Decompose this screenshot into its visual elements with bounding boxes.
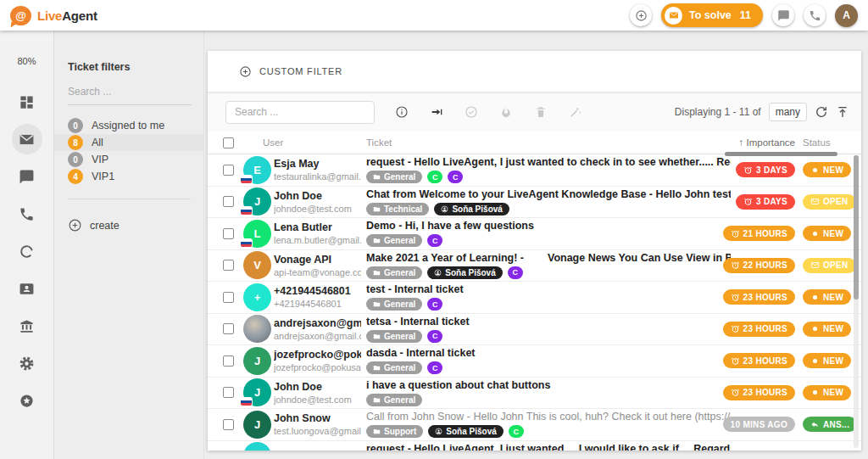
sidebar-item-star[interactable] <box>12 382 42 419</box>
scrollbar-thumb[interactable] <box>854 155 859 299</box>
agent-tag[interactable]: Soňa Pišová <box>427 266 502 279</box>
resolve-forward-icon[interactable] <box>430 105 443 119</box>
info-icon[interactable] <box>395 105 409 119</box>
department-tag[interactable]: General <box>366 171 422 183</box>
department-tag[interactable]: General <box>366 330 422 343</box>
department-tag[interactable]: General <box>366 298 422 311</box>
sidebar-item-contacts[interactable] <box>12 270 42 307</box>
code-chip[interactable]: C <box>448 171 463 183</box>
row-checkbox[interactable] <box>223 165 234 176</box>
liveagent-logo[interactable]: @ LiveAgent <box>10 6 97 25</box>
tickets-search-input[interactable] <box>225 101 375 124</box>
sidebar-item-ring[interactable] <box>12 232 42 270</box>
tickets-panel: CUSTOM FILTER Displaying 1 - <box>208 51 861 451</box>
table-row[interactable]: andrejsaxon@gmail.c... andrejsaxon@gmail… <box>208 314 861 346</box>
code-chip[interactable]: C <box>508 266 523 279</box>
table-row[interactable]: J John Doe johndoe@test.com i have a que… <box>208 378 861 410</box>
table-row[interactable]: J John Snow test.luongova@gmail.... Call… <box>208 409 861 441</box>
refresh-icon[interactable] <box>815 105 828 119</box>
table-row[interactable]: V Vonage API api-team@vonage.com Make 20… <box>208 250 861 283</box>
column-header-status[interactable]: Status <box>803 137 849 148</box>
sidebar-item-calls[interactable] <box>12 195 42 232</box>
code-chip[interactable]: C <box>427 330 442 343</box>
column-header-user[interactable]: User <box>263 137 366 148</box>
to-solve-button[interactable]: To solve 11 <box>661 3 763 27</box>
importance-badge: 21 HOURS <box>723 226 795 241</box>
sidebar-item-chats[interactable] <box>12 158 42 195</box>
row-checkbox[interactable] <box>223 292 234 303</box>
calls-button[interactable] <box>804 4 826 26</box>
ticket-subject[interactable]: Call from John Snow - Hello John This is… <box>366 411 731 423</box>
ticket-subject[interactable]: dasda - Internal ticket <box>366 347 731 359</box>
ticket-subject[interactable]: request - Hello LiveAgent, I just wanted… <box>366 443 731 451</box>
code-chip[interactable]: C <box>427 298 442 311</box>
tickets-toolbar: Displaying 1 - 11 of many <box>208 92 861 132</box>
row-checkbox[interactable] <box>223 196 234 207</box>
agent-tag[interactable]: Soňa Pišová <box>428 425 503 438</box>
ticket-subject[interactable]: test - Internal ticket <box>366 283 731 295</box>
code-chip[interactable]: C <box>509 425 524 438</box>
department-tag[interactable]: General <box>366 394 422 406</box>
sort-asc-icon: ↑ <box>739 137 744 148</box>
row-checkbox[interactable] <box>223 323 234 334</box>
ticket-subject[interactable]: i have a question about chat buttons <box>366 379 731 391</box>
filter-item[interactable]: 0VIP <box>54 151 204 168</box>
filter-item[interactable]: 4VIP1 <box>54 168 204 185</box>
code-chip[interactable]: C <box>427 171 442 183</box>
sidebar-item-company[interactable] <box>12 307 42 344</box>
importance-badge: 23 HOURS <box>723 353 795 368</box>
ticket-subject[interactable]: Make 2021 a Year of Learning! -Vonage Ne… <box>366 252 731 264</box>
table-row[interactable]: L Lena Butler lena.m.butler@gmail.... De… <box>208 218 861 250</box>
contact-avatar: E <box>243 442 271 451</box>
row-checkbox[interactable] <box>223 260 234 271</box>
department-tag[interactable]: Support <box>366 425 423 438</box>
table-row[interactable]: J jozefprocko@pokusa.... jozefprocko@pok… <box>208 345 861 378</box>
flame-icon[interactable] <box>499 105 513 119</box>
ticket-subject[interactable]: tetsa - Internal ticket <box>366 316 731 327</box>
row-checkbox[interactable] <box>223 228 234 239</box>
collapse-top-icon[interactable] <box>836 105 849 119</box>
add-button[interactable] <box>630 4 652 26</box>
row-checkbox[interactable] <box>223 419 234 430</box>
new-dot-icon <box>810 165 820 175</box>
filter-item[interactable]: 0Assigned to me <box>54 117 204 134</box>
check-circle-icon[interactable] <box>465 105 478 119</box>
filters-search-input[interactable] <box>68 81 192 105</box>
custom-filter-button[interactable]: CUSTOM FILTER <box>208 51 861 92</box>
trash-icon[interactable] <box>534 105 548 119</box>
code-chip[interactable]: C <box>427 234 442 247</box>
filter-item[interactable]: 8All <box>54 134 204 151</box>
table-row[interactable]: + +421944546801 +421944546801 test - Int… <box>208 282 861 314</box>
user-name: Vonage API <box>274 254 361 266</box>
code-chip[interactable]: C <box>427 361 442 374</box>
column-header-importance[interactable]: ↑ Importance <box>710 137 795 148</box>
department-tag[interactable]: Technical <box>366 203 429 216</box>
alarm-clock-icon <box>731 293 740 302</box>
department-tag[interactable]: General <box>366 266 422 279</box>
select-all-checkbox[interactable] <box>223 137 234 148</box>
top-header: @ LiveAgent To solve 11 A <box>0 0 868 31</box>
column-header-ticket[interactable]: Ticket <box>366 137 710 148</box>
sidebar-item-settings[interactable] <box>12 344 42 382</box>
chats-button[interactable] <box>772 4 794 26</box>
ticket-subject[interactable]: request - Hello LiveAgent, I just wanted… <box>366 156 731 168</box>
agent-tag[interactable]: Soňa Pišová <box>434 203 509 216</box>
magic-wand-icon[interactable] <box>569 105 582 119</box>
sidebar-item-tickets[interactable] <box>12 124 42 154</box>
department-tag[interactable]: General <box>366 361 422 374</box>
table-row[interactable]: E Esja May request - Hello LiveAgent, I … <box>208 441 861 451</box>
ticket-subject[interactable]: Chat from Welcome to your LiveAgent Know… <box>366 188 731 200</box>
create-filter-button[interactable]: create <box>68 218 203 232</box>
department-tag[interactable]: General <box>366 234 422 247</box>
phone-icon <box>809 9 821 22</box>
user-avatar[interactable]: A <box>835 4 858 27</box>
table-row[interactable]: E Esja May testauralinka@gmail.c... requ… <box>208 154 861 187</box>
page-size-box[interactable]: many <box>769 103 807 121</box>
ticket-subject[interactable]: Demo - Hi, I have a few questions <box>366 220 731 232</box>
row-checkbox[interactable] <box>223 387 234 398</box>
ticket-tags: GeneralC <box>366 330 731 343</box>
row-checkbox[interactable] <box>223 355 234 367</box>
user-email: test.luongova@gmail.... <box>274 426 361 436</box>
sidebar-item-dashboard[interactable] <box>12 83 42 120</box>
table-row[interactable]: J John Doe johndoe@test.com Chat from We… <box>208 187 861 219</box>
